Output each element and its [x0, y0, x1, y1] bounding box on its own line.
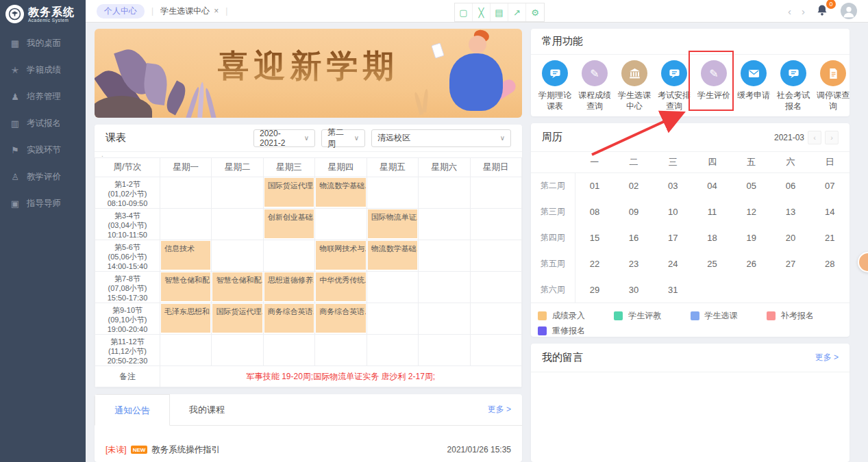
timetable-cell-empty: [160, 209, 212, 240]
calendar-day: 05: [732, 172, 771, 198]
settings-gear-icon[interactable]: ⚙: [526, 3, 544, 21]
share-icon[interactable]: ↗: [508, 3, 526, 21]
left-column: 喜迎新学期 课表 2020-2021-2 ∨ 第二周 ∨: [95, 29, 522, 462]
legend-swatch: [691, 311, 699, 320]
function-course-selection-center[interactable]: 学生选课中心: [615, 60, 654, 112]
save-icon[interactable]: ▤: [491, 3, 508, 21]
period-cell: 第7-8节(07,08小节)15:50-17:30: [95, 272, 160, 303]
function-student-evaluation[interactable]: ✎学生评价: [694, 60, 734, 112]
history-back-button[interactable]: ‹: [788, 5, 791, 17]
notices-more-link[interactable]: 更多 >: [488, 404, 522, 415]
timetable-cell-empty: [419, 177, 470, 209]
next-month-button[interactable]: ›: [825, 131, 839, 144]
sidebar-item-exam-registration[interactable]: ▥考试报名: [0, 110, 86, 137]
semester-select[interactable]: 2020-2021-2 ∨: [253, 129, 315, 147]
timetable-cell: 物流数学基础..: [367, 240, 418, 272]
notices-tab-0[interactable]: 通知公告: [95, 394, 170, 426]
calendar-week-label: 第五周: [531, 251, 575, 277]
course-block[interactable]: 中华优秀传统..: [316, 272, 365, 301]
week-select[interactable]: 第二周 ∨: [321, 129, 365, 147]
fullscreen-icon[interactable]: ╳: [473, 3, 491, 21]
calendar-day-header: 五: [732, 152, 771, 172]
calendar-day: 21: [810, 224, 850, 251]
course-block[interactable]: 物流数学基础..: [316, 178, 365, 207]
prev-month-button[interactable]: ‹: [808, 131, 821, 144]
function-course-grades-query[interactable]: ✎课程成绩查询: [575, 60, 615, 112]
course-block[interactable]: 商务综合英语..: [316, 304, 365, 333]
course-block[interactable]: 国际货运代理..: [212, 304, 262, 333]
course-block[interactable]: 物联网技术与..: [316, 241, 365, 270]
main-area: 个人中心|学生选课中心×| ▢╳▤↗⚙ ‹ › 0: [86, 0, 868, 462]
banner-title: 喜迎新学期: [218, 45, 399, 88]
function-exam-schedule-query[interactable]: 考试安排查询: [654, 60, 694, 112]
course-block[interactable]: 商务综合英语..: [264, 304, 314, 333]
messages-header: 我的留言 更多 >: [531, 344, 850, 372]
document-icon: [827, 67, 840, 80]
sidebar-item-practice-sessions[interactable]: ⚑实践环节: [0, 137, 86, 164]
sidebar-item-teaching-evaluation[interactable]: ♙教学评价: [0, 164, 86, 190]
legend-item: 重修报名: [538, 323, 614, 337]
timetable-cell: 创新创业基础..: [263, 209, 314, 240]
topbar: 个人中心|学生选课中心×| ▢╳▤↗⚙ ‹ › 0: [86, 0, 868, 23]
timetable-card: 课表 2020-2021-2 ∨ 第二周 ∨ 清远校区: [95, 125, 522, 387]
timetable-cell-empty: [212, 335, 263, 366]
calendar-day-header: 一: [575, 152, 614, 172]
timetable-cell-empty: [367, 177, 418, 209]
monitor-icon[interactable]: ▢: [455, 3, 473, 21]
function-class-suspension-query[interactable]: 调停课查询: [813, 60, 853, 112]
notifications-bell-button[interactable]: 0: [815, 3, 830, 18]
close-icon[interactable]: ×: [214, 6, 219, 16]
function-label: 社会考试报名: [773, 90, 813, 112]
course-block[interactable]: 信息技术: [161, 241, 210, 270]
timetable-cell: 物联网技术与..: [315, 240, 367, 272]
timetable-cell-empty: [315, 335, 367, 366]
timetable-cell-empty: [470, 335, 521, 366]
messages-more-link[interactable]: 更多 >: [815, 352, 839, 363]
quill-icon: ✎: [590, 67, 599, 80]
tab-label: 个人中心: [104, 5, 137, 17]
sidebar-item-student-grades[interactable]: ✭学籍成绩: [0, 57, 86, 84]
tab-course-selection-center[interactable]: 学生选课中心×: [160, 5, 219, 17]
note-text: 军事技能 19-20周;国际物流单证实务 唐沙利 2-17周;: [160, 366, 522, 387]
function-semester-theory-timetable[interactable]: 学期理论课表: [535, 60, 575, 112]
notice-title: 教务系统操作指引: [151, 444, 220, 456]
course-block[interactable]: 智慧仓储和配..: [212, 272, 262, 301]
timetable-cell-empty: [315, 209, 367, 240]
sidebar-item-advisor[interactable]: ▣指导导师: [0, 190, 86, 217]
books-icon: ▥: [10, 118, 21, 129]
chat-icon: [787, 67, 800, 80]
logo-icon: [5, 5, 24, 23]
function-social-exam-registration[interactable]: 社会考试报名: [773, 60, 813, 112]
course-block[interactable]: 智慧仓储和配..: [161, 272, 210, 301]
user-avatar[interactable]: [841, 3, 857, 19]
legend-item: 成绩录入: [538, 308, 614, 323]
legend-item: 学生选课: [691, 308, 767, 323]
timetable-cell-empty: [263, 240, 314, 272]
tab-personal-center[interactable]: 个人中心: [97, 4, 145, 18]
course-block[interactable]: 国际物流单证..: [368, 209, 417, 238]
chevron-down-icon: ∨: [304, 134, 309, 142]
timetable-header: 课表 2020-2021-2 ∨ 第二周 ∨ 清远校区: [95, 125, 522, 152]
timetable-title: 课表: [106, 131, 126, 144]
course-block[interactable]: 毛泽东思想和..: [161, 304, 210, 333]
timetable-column-header: 周/节次: [95, 158, 160, 177]
notices-tab-1[interactable]: 我的课程: [170, 394, 244, 426]
person-illustration: [449, 53, 503, 111]
person-icon: ♙: [10, 172, 21, 182]
calendar-day: 30: [614, 277, 653, 303]
notice-item[interactable]: [未读]NEW教务系统操作指引2021/01/26 15:35: [106, 439, 511, 460]
function-deferred-exam-application[interactable]: 缓考申请: [734, 60, 773, 112]
course-block[interactable]: 物流数学基础..: [368, 241, 417, 270]
period-cell: 第5-6节(05,06小节)14:00-15:40: [95, 240, 160, 272]
course-block[interactable]: 国际货运代理..: [264, 178, 314, 207]
timetable-cell: 物流数学基础..: [315, 177, 367, 209]
timetable-cell-empty: [212, 209, 263, 240]
legend-swatch: [614, 311, 623, 320]
course-block[interactable]: 思想道德修养..: [264, 272, 314, 301]
sidebar-item-training-management[interactable]: ♟培养管理: [0, 84, 86, 110]
legend-label: 学生选课: [705, 310, 738, 322]
course-block[interactable]: 创新创业基础..: [264, 209, 314, 238]
campus-select[interactable]: 清远校区 ∨: [371, 129, 511, 147]
sidebar-item-my-desktop[interactable]: ▦我的桌面: [0, 30, 86, 57]
history-forward-button[interactable]: ›: [802, 5, 805, 17]
